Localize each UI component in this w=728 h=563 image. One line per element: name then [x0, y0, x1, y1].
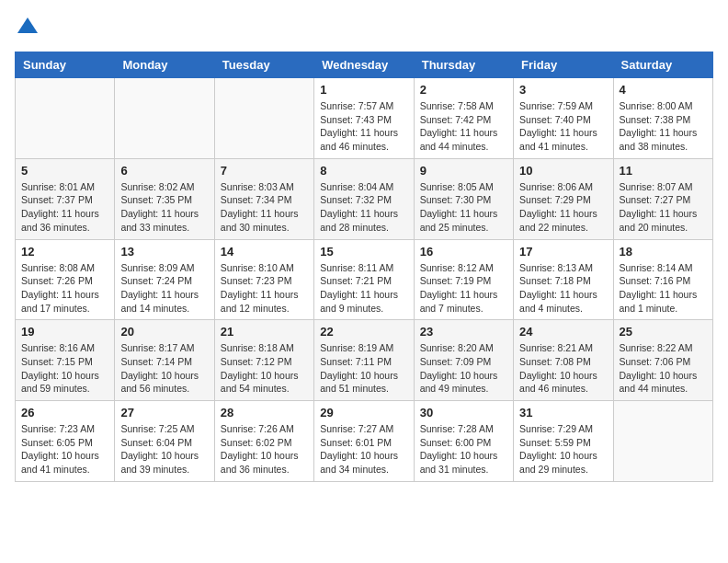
day-info: Sunrise: 8:10 AM Sunset: 7:23 PM Dayligh…	[221, 261, 308, 316]
calendar-cell: 2Sunrise: 7:58 AM Sunset: 7:42 PM Daylig…	[414, 78, 513, 159]
day-number: 5	[21, 164, 108, 178]
day-number: 18	[620, 245, 707, 259]
day-info: Sunrise: 8:12 AM Sunset: 7:19 PM Dayligh…	[420, 261, 507, 316]
day-info: Sunrise: 8:03 AM Sunset: 7:34 PM Dayligh…	[221, 180, 308, 235]
day-number: 15	[320, 245, 407, 259]
calendar-cell: 19Sunrise: 8:16 AM Sunset: 7:15 PM Dayli…	[16, 320, 115, 401]
day-number: 6	[120, 164, 208, 178]
calendar-cell: 9Sunrise: 8:05 AM Sunset: 7:30 PM Daylig…	[414, 158, 513, 239]
calendar-cell	[214, 78, 313, 159]
day-number: 17	[519, 245, 607, 259]
day-number: 24	[519, 325, 607, 339]
calendar-cell: 15Sunrise: 8:11 AM Sunset: 7:21 PM Dayli…	[314, 239, 414, 320]
day-number: 22	[320, 325, 407, 339]
calendar-cell	[16, 78, 115, 159]
calendar-cell: 7Sunrise: 8:03 AM Sunset: 7:34 PM Daylig…	[214, 158, 313, 239]
svg-marker-0	[17, 17, 38, 33]
calendar-cell: 24Sunrise: 8:21 AM Sunset: 7:08 PM Dayli…	[514, 320, 613, 401]
day-info: Sunrise: 8:11 AM Sunset: 7:21 PM Dayligh…	[320, 261, 407, 316]
calendar-cell: 27Sunrise: 7:25 AM Sunset: 6:04 PM Dayli…	[115, 401, 214, 482]
day-info: Sunrise: 8:00 AM Sunset: 7:38 PM Dayligh…	[620, 99, 707, 154]
calendar-week-row: 12Sunrise: 8:08 AM Sunset: 7:26 PM Dayli…	[16, 239, 713, 320]
day-number: 30	[420, 406, 507, 419]
logo	[15, 15, 44, 40]
day-info: Sunrise: 8:02 AM Sunset: 7:35 PM Dayligh…	[120, 180, 208, 235]
day-number: 28	[221, 406, 308, 419]
day-number: 13	[120, 245, 208, 259]
day-info: Sunrise: 8:18 AM Sunset: 7:12 PM Dayligh…	[221, 341, 308, 396]
day-info: Sunrise: 8:22 AM Sunset: 7:06 PM Dayligh…	[620, 341, 707, 396]
calendar-cell: 10Sunrise: 8:06 AM Sunset: 7:29 PM Dayli…	[514, 158, 613, 239]
calendar-cell: 8Sunrise: 8:04 AM Sunset: 7:32 PM Daylig…	[314, 158, 414, 239]
day-info: Sunrise: 7:25 AM Sunset: 6:04 PM Dayligh…	[120, 422, 208, 477]
day-number: 23	[420, 325, 507, 339]
day-number: 16	[420, 245, 507, 259]
weekday-header-monday: Monday	[115, 52, 214, 78]
day-number: 11	[620, 164, 707, 178]
day-number: 14	[221, 245, 308, 259]
calendar-cell: 29Sunrise: 7:27 AM Sunset: 6:01 PM Dayli…	[314, 401, 414, 482]
day-info: Sunrise: 8:08 AM Sunset: 7:26 PM Dayligh…	[21, 261, 108, 316]
calendar-cell: 30Sunrise: 7:28 AM Sunset: 6:00 PM Dayli…	[414, 401, 513, 482]
calendar-cell: 3Sunrise: 7:59 AM Sunset: 7:40 PM Daylig…	[514, 78, 613, 159]
day-number: 29	[320, 406, 407, 419]
day-info: Sunrise: 7:26 AM Sunset: 6:02 PM Dayligh…	[221, 422, 308, 477]
calendar-cell: 6Sunrise: 8:02 AM Sunset: 7:35 PM Daylig…	[115, 158, 214, 239]
calendar-table: SundayMondayTuesdayWednesdayThursdayFrid…	[15, 52, 713, 482]
day-info: Sunrise: 7:57 AM Sunset: 7:43 PM Dayligh…	[320, 99, 407, 154]
day-info: Sunrise: 8:04 AM Sunset: 7:32 PM Dayligh…	[320, 180, 407, 235]
day-info: Sunrise: 8:17 AM Sunset: 7:14 PM Dayligh…	[120, 341, 208, 396]
day-number: 2	[420, 83, 507, 97]
logo-icon	[15, 15, 40, 40]
calendar-cell: 1Sunrise: 7:57 AM Sunset: 7:43 PM Daylig…	[314, 78, 414, 159]
day-number: 8	[320, 164, 407, 178]
calendar-cell: 31Sunrise: 7:29 AM Sunset: 5:59 PM Dayli…	[514, 401, 613, 482]
weekday-header-saturday: Saturday	[613, 52, 712, 78]
day-number: 7	[221, 164, 308, 178]
day-info: Sunrise: 8:19 AM Sunset: 7:11 PM Dayligh…	[320, 341, 407, 396]
day-info: Sunrise: 7:58 AM Sunset: 7:42 PM Dayligh…	[420, 99, 507, 154]
calendar-cell: 11Sunrise: 8:07 AM Sunset: 7:27 PM Dayli…	[613, 158, 712, 239]
day-number: 20	[120, 325, 208, 339]
day-info: Sunrise: 7:29 AM Sunset: 5:59 PM Dayligh…	[519, 422, 607, 477]
day-number: 4	[620, 83, 707, 97]
calendar-cell: 18Sunrise: 8:14 AM Sunset: 7:16 PM Dayli…	[613, 239, 712, 320]
day-number: 25	[620, 325, 707, 339]
calendar-cell: 28Sunrise: 7:26 AM Sunset: 6:02 PM Dayli…	[214, 401, 313, 482]
weekday-header-friday: Friday	[514, 52, 613, 78]
day-info: Sunrise: 8:13 AM Sunset: 7:18 PM Dayligh…	[519, 261, 607, 316]
calendar-week-row: 5Sunrise: 8:01 AM Sunset: 7:37 PM Daylig…	[16, 158, 713, 239]
day-number: 31	[519, 406, 607, 419]
day-number: 3	[519, 83, 607, 97]
calendar-cell: 22Sunrise: 8:19 AM Sunset: 7:11 PM Dayli…	[314, 320, 414, 401]
calendar-cell: 5Sunrise: 8:01 AM Sunset: 7:37 PM Daylig…	[16, 158, 115, 239]
day-number: 21	[221, 325, 308, 339]
day-info: Sunrise: 8:16 AM Sunset: 7:15 PM Dayligh…	[21, 341, 108, 396]
calendar-cell: 20Sunrise: 8:17 AM Sunset: 7:14 PM Dayli…	[115, 320, 214, 401]
day-number: 9	[420, 164, 507, 178]
day-number: 26	[21, 406, 108, 419]
calendar-cell	[613, 401, 712, 482]
weekday-header-sunday: Sunday	[16, 52, 115, 78]
day-info: Sunrise: 8:01 AM Sunset: 7:37 PM Dayligh…	[21, 180, 108, 235]
day-info: Sunrise: 8:07 AM Sunset: 7:27 PM Dayligh…	[620, 180, 707, 235]
calendar-cell: 13Sunrise: 8:09 AM Sunset: 7:24 PM Dayli…	[115, 239, 214, 320]
weekday-header-row: SundayMondayTuesdayWednesdayThursdayFrid…	[16, 52, 713, 78]
calendar-cell: 23Sunrise: 8:20 AM Sunset: 7:09 PM Dayli…	[414, 320, 513, 401]
calendar-cell: 14Sunrise: 8:10 AM Sunset: 7:23 PM Dayli…	[214, 239, 313, 320]
page-header	[15, 15, 713, 40]
day-info: Sunrise: 8:14 AM Sunset: 7:16 PM Dayligh…	[620, 261, 707, 316]
day-info: Sunrise: 8:09 AM Sunset: 7:24 PM Dayligh…	[120, 261, 208, 316]
day-info: Sunrise: 8:21 AM Sunset: 7:08 PM Dayligh…	[519, 341, 607, 396]
day-info: Sunrise: 8:05 AM Sunset: 7:30 PM Dayligh…	[420, 180, 507, 235]
weekday-header-wednesday: Wednesday	[314, 52, 414, 78]
calendar-cell	[115, 78, 214, 159]
calendar-cell: 17Sunrise: 8:13 AM Sunset: 7:18 PM Dayli…	[514, 239, 613, 320]
day-info: Sunrise: 8:06 AM Sunset: 7:29 PM Dayligh…	[519, 180, 607, 235]
calendar-cell: 26Sunrise: 7:23 AM Sunset: 6:05 PM Dayli…	[16, 401, 115, 482]
calendar-week-row: 19Sunrise: 8:16 AM Sunset: 7:15 PM Dayli…	[16, 320, 713, 401]
day-number: 1	[320, 83, 407, 97]
day-info: Sunrise: 7:28 AM Sunset: 6:00 PM Dayligh…	[420, 422, 507, 477]
day-number: 27	[120, 406, 208, 419]
weekday-header-tuesday: Tuesday	[214, 52, 313, 78]
